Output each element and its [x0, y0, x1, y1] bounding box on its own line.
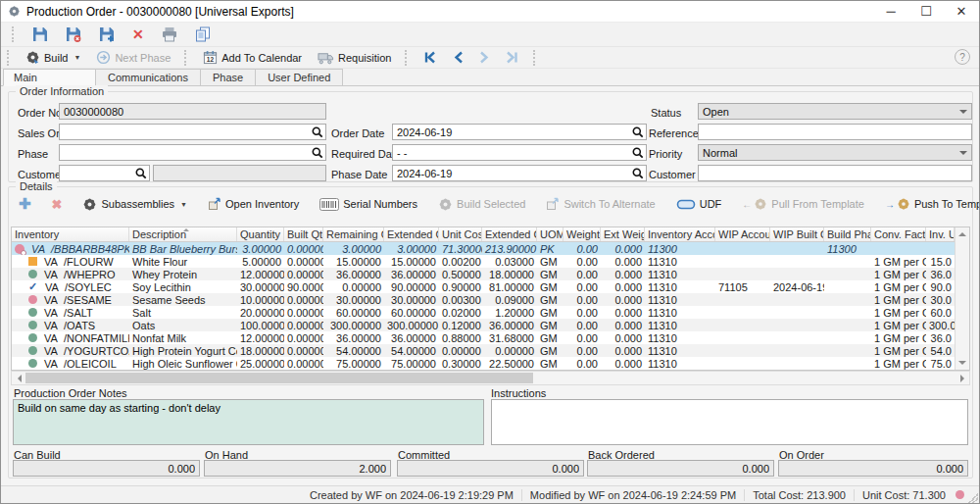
- print-button[interactable]: [158, 25, 181, 43]
- committed-input[interactable]: [397, 460, 584, 477]
- save-new-button[interactable]: [95, 25, 119, 43]
- instructions-textarea[interactable]: [491, 399, 968, 445]
- back-ordered-input[interactable]: [587, 460, 774, 477]
- scroll-left-arrow[interactable]: [12, 372, 25, 384]
- cell-remaining: 60.00000: [323, 307, 384, 319]
- cell-unit_cost: 0.00000: [439, 345, 482, 357]
- remove-line-button[interactable]: ✖: [48, 197, 67, 212]
- column-header-ext_weight[interactable]: Ext Weight: [601, 227, 645, 241]
- required-date-lookup-button[interactable]: [631, 146, 645, 159]
- production-order-window: Production Order - 0030000080 [Universal…: [0, 0, 980, 504]
- column-header-uom[interactable]: UOM: [537, 227, 564, 241]
- scroll-up-arrow[interactable]: [956, 227, 969, 240]
- phase-input[interactable]: [59, 144, 326, 161]
- cell-conv_factor: 1 GM per GM: [871, 307, 926, 319]
- minimize-button[interactable]: ─: [873, 1, 908, 22]
- scroll-down-arrow[interactable]: [956, 357, 969, 370]
- column-header-wip_built_on[interactable]: WIP Built On: [770, 227, 824, 241]
- first-record-button[interactable]: [419, 50, 441, 65]
- requisition-button[interactable]: Requisition: [314, 50, 395, 66]
- customer-lookup-button[interactable]: [134, 167, 148, 179]
- horizontal-scroll-thumb[interactable]: [25, 373, 533, 383]
- save-button[interactable]: [28, 25, 52, 43]
- vertical-scrollbar[interactable]: [955, 227, 969, 370]
- customer-po-input[interactable]: [698, 165, 972, 181]
- notes-textarea[interactable]: Build on same day as starting - don't de…: [13, 399, 484, 445]
- save-close-button[interactable]: [62, 25, 85, 43]
- order-date-lookup-button[interactable]: [631, 126, 645, 138]
- table-row[interactable]: VA/BBBARBB48PKBB Bar Blueberry Burst 78.…: [12, 242, 955, 255]
- help-button[interactable]: ?: [955, 49, 970, 65]
- circle-green-status-icon: [28, 308, 37, 317]
- table-row[interactable]: VA/YOGURTCOATINGHigh Protein Yogurt Coat…: [12, 344, 955, 357]
- table-row[interactable]: VA/SALTSalt20.000000.0000060.0000060.000…: [12, 306, 955, 319]
- column-header-ext_cost[interactable]: Extended Cost: [482, 227, 537, 241]
- cell-inv_usage: 54.0: [926, 345, 955, 357]
- tab-user-defined[interactable]: User Defined: [255, 69, 343, 85]
- cell-qty: 100.00000: [237, 320, 284, 331]
- column-header-ext_qty[interactable]: Extended Qty: [384, 227, 439, 241]
- scroll-right-arrow[interactable]: [956, 372, 969, 384]
- sales-order-input[interactable]: [59, 124, 326, 140]
- order-no-input[interactable]: [59, 103, 326, 120]
- column-header-inv_usage[interactable]: Inv. Usage: [926, 227, 955, 241]
- cell-qty: 10.00000: [237, 294, 284, 306]
- table-row[interactable]: VA/SESAMESesame Seeds10.000000.0000030.0…: [12, 293, 955, 306]
- column-header-inv[interactable]: Inventory: [12, 227, 129, 241]
- close-button[interactable]: ✕: [944, 1, 979, 22]
- horizontal-scrollbar[interactable]: [11, 371, 970, 385]
- table-row[interactable]: VA/FLOURWWhite Flour5.000000.0000015.000…: [12, 255, 955, 268]
- required-date-input[interactable]: [392, 144, 647, 161]
- priority-select[interactable]: Normal: [698, 144, 972, 161]
- table-row[interactable]: VA/OLEICOILHigh Oleic Sunflower Oil25.00…: [12, 357, 955, 370]
- column-header-weight[interactable]: Weight: [564, 227, 601, 241]
- column-header-wip_account[interactable]: WIP Account: [715, 227, 770, 241]
- tab-phase[interactable]: Phase: [200, 69, 256, 85]
- column-header-qty[interactable]: Quantity: [237, 227, 284, 241]
- print-icon: [162, 26, 177, 42]
- resize-grip[interactable]: [968, 493, 978, 503]
- table-row[interactable]: VA/WHEPROWhey Protein12.000000.0000036.0…: [12, 268, 955, 280]
- serial-numbers-button[interactable]: Serial Numbers: [316, 197, 421, 212]
- table-row[interactable]: VA/NONFATMILKNonfat Milk12.000000.000003…: [12, 331, 955, 344]
- add-line-button[interactable]: ✚: [15, 196, 35, 212]
- previous-record-button[interactable]: [449, 50, 467, 65]
- subassemblies-dropdown-arrow[interactable]: ▼: [180, 201, 187, 208]
- copy-button[interactable]: [191, 25, 215, 43]
- build-dropdown-arrow[interactable]: ▼: [74, 54, 80, 61]
- tab-communications[interactable]: Communications: [95, 69, 201, 85]
- table-row[interactable]: VA/OATSOats100.000000.00000300.00000300.…: [12, 319, 955, 331]
- sales-order-lookup-button[interactable]: [311, 126, 324, 138]
- order-date-input[interactable]: [392, 124, 647, 140]
- column-header-desc[interactable]: Description: [129, 227, 237, 241]
- column-header-conv_factor[interactable]: Conv. Factor: [871, 227, 926, 241]
- phase-date-input[interactable]: [392, 165, 647, 181]
- maximize-button[interactable]: ☐: [908, 1, 944, 22]
- column-header-built[interactable]: Built Qty: [284, 227, 323, 241]
- delete-button[interactable]: ✕: [128, 26, 148, 42]
- on-hand-input[interactable]: [204, 460, 391, 477]
- add-to-calendar-button[interactable]: 12 Add To Calendar: [199, 49, 306, 66]
- can-build-input[interactable]: [13, 460, 200, 477]
- push-to-template-button[interactable]: → Push To Template: [881, 196, 980, 212]
- tab-main[interactable]: Main: [3, 69, 96, 86]
- target-status-icon: [15, 244, 24, 254]
- column-header-remaining[interactable]: Remaining Qty: [323, 227, 384, 241]
- phase-date-lookup-button[interactable]: [631, 167, 645, 179]
- status-select[interactable]: Open: [698, 103, 972, 120]
- phase-lookup-button[interactable]: [311, 146, 324, 159]
- customer-name-display[interactable]: [153, 165, 326, 181]
- udf-button[interactable]: UDF: [672, 197, 726, 211]
- priority-value: Normal: [703, 147, 737, 159]
- subassemblies-button[interactable]: Subassemblies ▼: [78, 196, 191, 213]
- on-order-input[interactable]: [778, 460, 968, 477]
- reference-no-input[interactable]: [698, 124, 972, 140]
- column-header-unit_cost[interactable]: Unit Cost: [439, 227, 482, 241]
- open-inventory-button[interactable]: Open Inventory: [204, 196, 303, 212]
- build-button[interactable]: Build ▼: [22, 49, 84, 66]
- table-row[interactable]: ✓VA/SOYLECSoy Lecithin30.0000090.000000.…: [12, 280, 955, 293]
- cell-inv_usage: 30.0: [926, 294, 955, 306]
- column-header-inv_account[interactable]: Inventory Account: [645, 227, 715, 241]
- column-header-build_phase[interactable]: Build Phase: [824, 227, 871, 241]
- cell-ext_cost: 18.00000: [482, 269, 537, 280]
